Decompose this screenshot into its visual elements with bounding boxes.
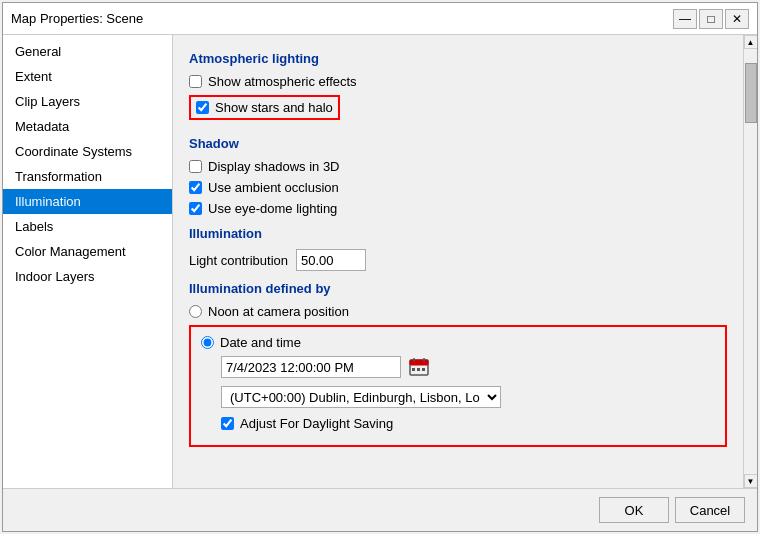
timezone-row: (UTC+00:00) Dublin, Edinburgh, Lisbon, L… [221, 386, 715, 408]
title-bar: Map Properties: Scene — □ ✕ [3, 3, 757, 35]
shadow-title: Shadow [189, 136, 727, 151]
show-atmospheric-label: Show atmospheric effects [208, 74, 357, 89]
sidebar-item-metadata[interactable]: Metadata [3, 114, 172, 139]
adjust-daylight-checkbox[interactable] [221, 417, 234, 430]
shadow-section: Shadow Display shadows in 3D Use ambient… [189, 136, 727, 216]
datetime-input[interactable] [221, 356, 401, 378]
illumination-defined-section: Illumination defined by Noon at camera p… [189, 281, 727, 447]
svg-rect-4 [412, 368, 415, 371]
svg-rect-6 [422, 368, 425, 371]
atmospheric-section: Atmospheric lighting Show atmospheric ef… [189, 51, 727, 126]
use-eyedome-row: Use eye-dome lighting [189, 201, 727, 216]
light-contribution-label: Light contribution [189, 253, 288, 268]
noon-radio-row: Noon at camera position [189, 304, 727, 319]
svg-rect-1 [410, 360, 428, 365]
noon-label: Noon at camera position [208, 304, 349, 319]
datetime-radio-row: Date and time [201, 335, 715, 350]
adjust-daylight-row: Adjust For Daylight Saving [221, 416, 715, 431]
use-ambient-label: Use ambient occlusion [208, 180, 339, 195]
scroll-down-arrow[interactable]: ▼ [744, 474, 758, 488]
close-button[interactable]: ✕ [725, 9, 749, 29]
scrollbar-thumb[interactable] [745, 63, 757, 123]
display-shadows-row: Display shadows in 3D [189, 159, 727, 174]
cancel-button[interactable]: Cancel [675, 497, 745, 523]
datetime-label: Date and time [220, 335, 301, 350]
light-contribution-input[interactable] [296, 249, 366, 271]
ok-button[interactable]: OK [599, 497, 669, 523]
show-atmospheric-row: Show atmospheric effects [189, 74, 727, 89]
show-stars-checkbox[interactable] [196, 101, 209, 114]
window-title: Map Properties: Scene [11, 11, 143, 26]
show-atmospheric-checkbox[interactable] [189, 75, 202, 88]
scroll-up-arrow[interactable]: ▲ [744, 35, 758, 49]
main-window: Map Properties: Scene — □ ✕ General Exte… [2, 2, 758, 532]
use-eyedome-label: Use eye-dome lighting [208, 201, 337, 216]
use-ambient-row: Use ambient occlusion [189, 180, 727, 195]
calendar-icon[interactable] [409, 357, 429, 377]
datetime-highlighted-box: Date and time [189, 325, 727, 447]
window-body: General Extent Clip Layers Metadata Coor… [3, 35, 757, 488]
show-stars-label: Show stars and halo [215, 100, 333, 115]
sidebar-item-general[interactable]: General [3, 39, 172, 64]
sidebar-item-clip-layers[interactable]: Clip Layers [3, 89, 172, 114]
illumination-section: Illumination Light contribution [189, 226, 727, 271]
sidebar-item-coordinate-systems[interactable]: Coordinate Systems [3, 139, 172, 164]
scrollbar: ▲ ▼ [743, 35, 757, 488]
timezone-select[interactable]: (UTC+00:00) Dublin, Edinburgh, Lisbon, L… [221, 386, 501, 408]
noon-radio[interactable] [189, 305, 202, 318]
sidebar-item-labels[interactable]: Labels [3, 214, 172, 239]
illumination-title: Illumination [189, 226, 727, 241]
display-shadows-checkbox[interactable] [189, 160, 202, 173]
sidebar: General Extent Clip Layers Metadata Coor… [3, 35, 173, 488]
show-stars-highlighted-row: Show stars and halo [189, 95, 340, 120]
display-shadows-label: Display shadows in 3D [208, 159, 340, 174]
sidebar-item-indoor-layers[interactable]: Indoor Layers [3, 264, 172, 289]
illumination-defined-title: Illumination defined by [189, 281, 727, 296]
use-ambient-checkbox[interactable] [189, 181, 202, 194]
svg-rect-5 [417, 368, 420, 371]
sidebar-item-transformation[interactable]: Transformation [3, 164, 172, 189]
datetime-input-row [221, 356, 715, 378]
footer: OK Cancel [3, 488, 757, 531]
window-controls: — □ ✕ [673, 9, 749, 29]
sidebar-item-color-management[interactable]: Color Management [3, 239, 172, 264]
atmospheric-title: Atmospheric lighting [189, 51, 727, 66]
maximize-button[interactable]: □ [699, 9, 723, 29]
main-content-area: Atmospheric lighting Show atmospheric ef… [173, 35, 743, 488]
datetime-radio[interactable] [201, 336, 214, 349]
use-eyedome-checkbox[interactable] [189, 202, 202, 215]
sidebar-item-illumination[interactable]: Illumination [3, 189, 172, 214]
sidebar-item-extent[interactable]: Extent [3, 64, 172, 89]
adjust-daylight-label: Adjust For Daylight Saving [240, 416, 393, 431]
light-contribution-row: Light contribution [189, 249, 727, 271]
minimize-button[interactable]: — [673, 9, 697, 29]
